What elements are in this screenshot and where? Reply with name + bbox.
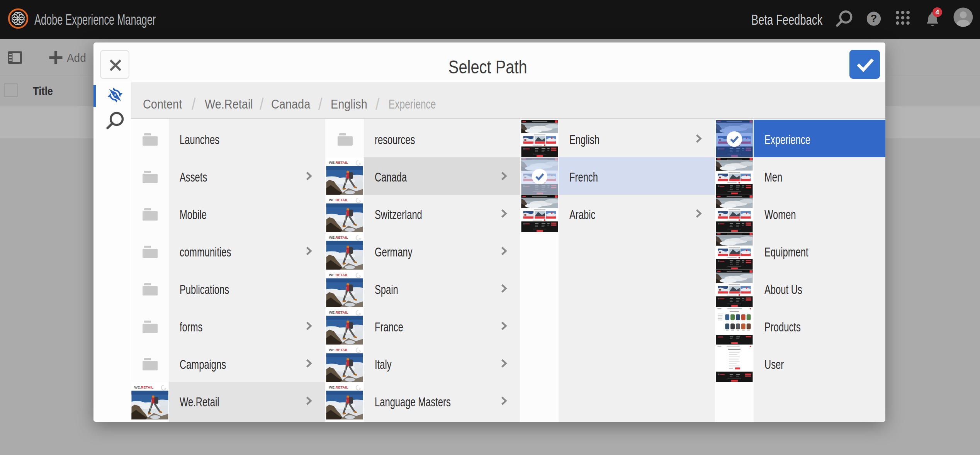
svg-text:?: ? bbox=[871, 13, 877, 24]
